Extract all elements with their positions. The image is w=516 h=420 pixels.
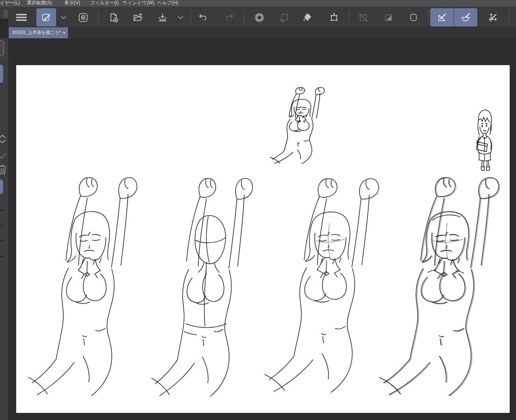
figure-chibi-character (476, 110, 492, 171)
reselect-button[interactable] (275, 9, 294, 26)
rail-divider (0, 210, 4, 211)
menu-filter[interactable]: フィルター(I) (90, 0, 119, 6)
new-document-button[interactable] (104, 9, 123, 26)
save-tray-icon (157, 12, 168, 23)
tab-modified-dot[interactable]: ● (63, 31, 65, 35)
dashed-box-slash-icon (358, 12, 369, 23)
transform-handles-icon (329, 12, 339, 23)
figure-stretch-pose-1 (28, 178, 137, 396)
save-dropdown-button[interactable] (175, 9, 186, 26)
rail-divider (0, 240, 4, 241)
menu-layer[interactable]: レイヤー(L) (0, 0, 20, 6)
grid-pen-icon (488, 12, 498, 23)
undo-arrow-icon (198, 12, 208, 22)
menu-bar: レイヤー(L) 選択範囲(S) 表示(V) フィルター(I) ウィンドウ(W) … (0, 0, 516, 7)
save-file-button[interactable] (153, 9, 172, 26)
document-tab[interactable]: 20日目_上半身を描こう* ● (9, 27, 68, 38)
toolbar-separator (508, 9, 509, 24)
clip-studio-button[interactable] (73, 9, 92, 26)
selection-border-button[interactable] (405, 9, 422, 26)
tool-dropdown-button[interactable] (58, 9, 70, 26)
toolbar-separator (244, 9, 244, 24)
confirm-check-icon[interactable] (0, 152, 7, 160)
burst-icon (254, 12, 265, 23)
toolbar-separator (349, 9, 349, 24)
partial-tool-button-active[interactable] (0, 180, 3, 194)
active-tool-button[interactable] (36, 8, 56, 26)
figure-stretch-pose-3 (265, 179, 379, 392)
selection-hide-button[interactable] (354, 9, 372, 26)
menu-selection[interactable]: 選択範囲(S) (27, 0, 52, 6)
pen-tool-icon (41, 12, 51, 22)
figure-thumbnail-stretch (270, 87, 324, 163)
redo-button[interactable] (220, 9, 239, 26)
partial-tool-button-active[interactable] (0, 65, 3, 83)
trash-icon[interactable] (0, 164, 7, 175)
dashed-rounded-box-icon (408, 12, 419, 23)
redo-arrow-icon (224, 12, 234, 22)
dashed-box-half-icon (383, 12, 394, 23)
rail-divider (0, 225, 4, 226)
chevron-down-icon (176, 13, 185, 22)
curve-ruler-pen-icon (460, 12, 471, 23)
clip-studio-spiral-icon (78, 12, 89, 23)
figure-stretch-pose-4 (379, 178, 499, 396)
undo-button[interactable] (194, 9, 213, 26)
figure-stretch-pose-2 (152, 178, 252, 396)
selection-mask-button[interactable] (379, 9, 397, 26)
main-menu-button[interactable] (13, 9, 30, 26)
partial-tool-button[interactable] (0, 40, 4, 56)
panel-corner (0, 19, 8, 38)
left-tool-rail (0, 38, 8, 420)
drawing-canvas[interactable] (16, 65, 510, 413)
menu-help[interactable]: ヘルプ(H) (157, 0, 179, 6)
dashed-box-rays-icon (279, 12, 290, 23)
drag-handle-icon[interactable] (2, 9, 8, 19)
ruler-pen-icon (437, 12, 447, 23)
chevron-down-icon (59, 13, 68, 22)
document-tab-title: 20日目_上半身を描こう* (12, 30, 60, 36)
snap-grid-button[interactable] (483, 9, 503, 26)
menu-window[interactable]: ウィンドウ(W) (122, 0, 154, 6)
open-folder-icon (133, 12, 143, 23)
document-tab-bar: 20日目_上半身を描こう* ● (8, 27, 516, 38)
canvas-artwork (16, 65, 510, 413)
paint-bucket-icon (302, 12, 313, 23)
snap-ruler-button[interactable] (430, 8, 454, 26)
fill-button[interactable] (297, 9, 318, 26)
snap-special-ruler-button[interactable] (454, 8, 477, 26)
hamburger-icon (16, 13, 27, 22)
transform-button[interactable] (325, 9, 343, 26)
toolbar-separator (428, 9, 428, 24)
toolbar-separator (98, 9, 98, 24)
toolbar-separator (191, 9, 191, 24)
command-bar (0, 7, 516, 27)
rail-divider (0, 256, 4, 257)
open-file-button[interactable] (128, 9, 148, 26)
new-document-icon (108, 12, 119, 23)
deselect-button[interactable] (250, 9, 269, 26)
expand-collapse-icon[interactable] (0, 134, 7, 144)
menu-view[interactable]: 表示(V) (64, 0, 80, 6)
